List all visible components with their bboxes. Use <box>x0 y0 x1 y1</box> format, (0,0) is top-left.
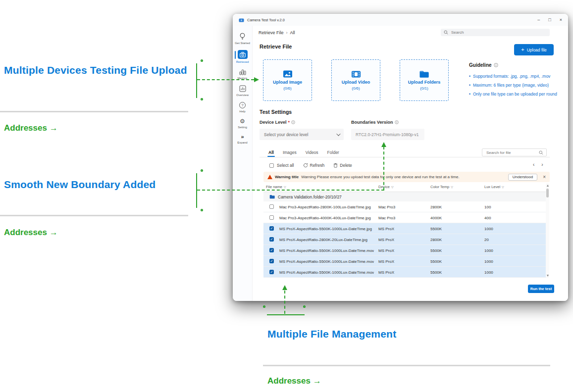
table-row[interactable]: Mac Pro3-AspectRatio-2800K-100Lux-DateTi… <box>263 201 546 212</box>
breadcrumb: Retrieve File › All <box>259 30 295 35</box>
delete-button[interactable]: Delete <box>333 163 352 168</box>
table-row[interactable]: Mac Pro3-AspectRatio-4000K-400Lux-DateTi… <box>263 212 546 223</box>
scroll-down-icon[interactable] <box>547 275 549 277</box>
boundaries-version-field[interactable] <box>351 129 424 140</box>
table-header: File name▽ Device▽ Color Temp▽ Lux Level… <box>263 183 546 192</box>
tab-images[interactable]: Images <box>283 150 297 157</box>
run-test-button[interactable]: Run the test <box>528 285 554 293</box>
maximize-button[interactable]: □ <box>548 18 551 22</box>
guideline-bullet: •Only one file type can be uploaded per … <box>469 90 561 98</box>
row-checkbox[interactable] <box>269 204 274 209</box>
bar-chart-icon <box>239 69 246 75</box>
row-checkbox[interactable]: ✓ <box>269 248 274 252</box>
folder-name: Camera Validation.folder-20/10/27 <box>278 195 342 199</box>
card-count: (0/1) <box>420 86 428 91</box>
trash-icon <box>333 163 338 168</box>
prev-page-button[interactable]: ‹ <box>533 162 534 167</box>
filter-icon[interactable]: ▽ <box>451 185 453 189</box>
cell-lux-level: 400 <box>484 216 491 220</box>
refresh-button[interactable]: Refresh <box>303 163 325 168</box>
cell-file-name: MS ProX-AspectRatio-2800K-20Lux-DateTime… <box>279 238 367 242</box>
card-count: (0/6) <box>283 86 291 91</box>
sidebar-item-label: Retrieved <box>236 60 249 63</box>
dismiss-warning-icon[interactable]: × <box>543 174 546 180</box>
cell-device: MS ProX <box>378 238 394 242</box>
callout-title-upload: Multiple Devices Testing File Upload <box>4 64 187 76</box>
guideline-title: Guideline <box>469 62 498 68</box>
table-row[interactable]: ✓MS ProX-AspectRatio-5500K-1000Lux-DateT… <box>263 223 546 234</box>
breadcrumb-separator: › <box>286 30 288 35</box>
info-icon <box>494 63 498 67</box>
column-device[interactable]: Device▽ <box>378 185 394 189</box>
camera-icon <box>238 50 248 59</box>
minimize-button[interactable]: – <box>537 18 540 22</box>
upload-file-button[interactable]: + Upload file <box>514 44 554 55</box>
filter-icon[interactable]: ▽ <box>391 185 394 189</box>
file-search[interactable] <box>482 148 547 156</box>
connector-circle <box>303 305 306 308</box>
upload-video-card[interactable]: Upload Video (0/6) <box>331 59 380 101</box>
sidebar-item-setting[interactable]: ⚙ Setting <box>233 116 252 132</box>
upload-image-card[interactable]: Upload Image (0/6) <box>263 59 312 101</box>
upload-folders-card[interactable]: Upload Folders (0/1) <box>400 59 449 101</box>
row-checkbox[interactable] <box>269 215 274 220</box>
sidebar-item-expand[interactable]: » Expand <box>233 132 252 147</box>
device-level-select[interactable]: Select your device level <box>260 129 344 140</box>
divider-line <box>263 365 550 366</box>
info-icon <box>395 120 399 124</box>
filter-icon[interactable]: ▽ <box>502 185 504 189</box>
column-lux-level[interactable]: Lux Level▽ <box>484 185 504 189</box>
row-checkbox[interactable]: ✓ <box>269 259 274 263</box>
sidebar-item-label: Get Started <box>235 42 250 45</box>
sidebar-item-metrics[interactable]: Metrics <box>233 66 252 83</box>
sidebar-item-get-started[interactable]: Get Started <box>233 30 252 48</box>
device-level-label: Device Level * <box>260 120 295 125</box>
table-row[interactable]: ✓MS ProX-AspectRatio-5500K-1000Lux-DateT… <box>263 245 546 256</box>
folder-row[interactable]: Camera Validation.folder-20/10/27 <box>263 192 546 201</box>
select-all-label[interactable]: Select all <box>277 163 294 168</box>
column-file-name[interactable]: File name▽ <box>266 185 286 189</box>
cell-lux-level: 1000 <box>484 227 493 231</box>
search-input[interactable] <box>450 30 547 35</box>
cell-file-name: Mac Pro3-AspectRatio-2800K-100Lux-DateTi… <box>279 205 371 209</box>
sidebar-item-overview[interactable]: Overview <box>233 83 252 99</box>
row-checkbox[interactable]: ✓ <box>269 226 274 231</box>
close-button[interactable]: × <box>560 18 562 22</box>
connector-line <box>196 173 197 208</box>
scrollbar-thumb[interactable] <box>546 189 549 197</box>
understood-button[interactable]: Understood <box>508 174 537 181</box>
tab-folder[interactable]: Folder <box>327 150 339 157</box>
callout-addresses-2: Addresses → <box>4 228 58 238</box>
breadcrumb-level-2[interactable]: All <box>290 30 295 35</box>
cell-color-temp: 5500K <box>430 227 442 231</box>
table-scrollbar[interactable] <box>546 183 549 278</box>
table-row[interactable]: ✓MS ProX-AspectRatio-5500K-1000Lux-DateT… <box>263 256 546 267</box>
sidebar-item-help[interactable]: ? Help <box>233 99 252 116</box>
guideline-list: •Supported formats: .jpg, .png, .mp4, .m… <box>469 72 561 98</box>
header-row: Retrieve File › All <box>253 26 568 39</box>
next-page-button[interactable]: › <box>541 162 543 167</box>
cell-lux-level: 1000 <box>484 248 493 253</box>
lightbulb-icon <box>239 33 246 40</box>
warning-message: Warning Please ensure you upload test da… <box>301 175 459 179</box>
column-color-temp[interactable]: Color Temp▽ <box>430 185 453 189</box>
main-content: Retrieve File + Upload file Upload Image <box>253 39 568 301</box>
warning-icon <box>267 175 272 179</box>
row-checkbox[interactable]: ✓ <box>269 237 274 242</box>
sidebar-item-label: Setting <box>238 126 247 129</box>
tab-videos[interactable]: Videos <box>306 150 318 157</box>
connector-circle <box>201 59 203 62</box>
select-all-checkbox[interactable] <box>269 163 274 168</box>
breadcrumb-level-1[interactable]: Retrieve File <box>259 30 284 35</box>
scroll-up-icon[interactable] <box>547 185 549 187</box>
cell-color-temp: 5500K <box>430 248 442 253</box>
filter-icon[interactable]: ▽ <box>284 185 286 189</box>
tab-all[interactable]: All <box>268 150 274 157</box>
file-search-input[interactable] <box>485 150 537 155</box>
table-row[interactable]: ✓MS ProX-AspectRatio-2800K-20Lux-DateTim… <box>263 234 546 245</box>
table-row[interactable]: ✓MS ProX-AspectRatio-5500K-1000Lux-DateT… <box>263 267 546 278</box>
sidebar-item-label: Metrics <box>238 77 247 80</box>
row-checkbox[interactable]: ✓ <box>269 270 274 274</box>
sidebar-item-retrieved[interactable]: Retrieved <box>233 48 252 66</box>
global-search[interactable] <box>441 29 550 36</box>
